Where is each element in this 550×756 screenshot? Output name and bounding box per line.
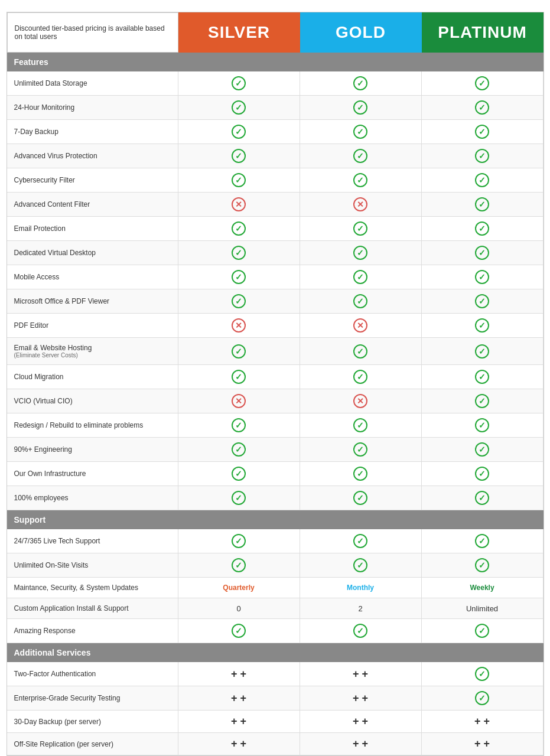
row-label: Microsoft Office & PDF Viewer (7, 289, 178, 313)
row-label-text: Microsoft Office & PDF Viewer (14, 297, 171, 305)
row-label: Cybersecurity Filter (7, 168, 178, 192)
platinum-cell: ✓ (422, 289, 544, 313)
platinum-cell: ✓ (422, 96, 544, 119)
check-icon: ✓ (475, 318, 489, 333)
row-label-text: Cybersecurity Filter (14, 176, 171, 184)
check-icon: ✓ (232, 246, 246, 260)
plus-plus-icon: + + (353, 668, 368, 680)
check-icon: ✓ (232, 370, 246, 384)
platinum-cell: ✓ (422, 662, 544, 686)
check-icon: ✓ (353, 221, 367, 236)
check-icon: ✓ (232, 491, 246, 505)
silver-cell: ✓ (178, 529, 300, 553)
check-icon: ✓ (353, 270, 367, 284)
gold-cell: ✓ (300, 365, 422, 389)
gold-cell: ✓ (300, 168, 422, 192)
gold-cell: ✓ (300, 71, 422, 95)
row-label-text: 30-Day Backup (per server) (14, 718, 171, 726)
platinum-cell: Weekly (422, 578, 544, 598)
silver-tier-header: SILVER (178, 12, 300, 53)
check-icon: ✓ (475, 691, 489, 705)
silver-cell: 0 (178, 598, 300, 618)
gold-cell: + + (300, 711, 422, 732)
platinum-cell: ✓ (422, 619, 544, 643)
row-label-text: Advanced Content Filter (14, 200, 171, 208)
silver-cell: Quarterly (178, 578, 300, 598)
platinum-cell: Unlimited (422, 598, 544, 618)
silver-cell: ✓ (178, 120, 300, 144)
row-label: Email Protection (7, 217, 178, 240)
check-icon: ✓ (475, 125, 489, 139)
check-icon: ✓ (475, 467, 489, 481)
row-label: Email & Website Hosting (Eliminate Serve… (7, 338, 178, 364)
check-icon: ✓ (232, 344, 246, 359)
silver-cell: + + (178, 733, 300, 755)
table-row: Advanced Virus Protection ✓ ✓ ✓ (7, 144, 544, 168)
check-icon: ✓ (475, 442, 489, 457)
additional-label: Additional Services (7, 643, 544, 662)
row-label-text: 24-Hour Monitoring (14, 103, 171, 112)
silver-cell: ✓ (178, 553, 300, 577)
platinum-tier-header: PLATINUM (422, 12, 544, 53)
check-icon: ✓ (475, 221, 489, 236)
row-label: 90%+ Engineering (7, 438, 178, 461)
gold-cell: ✓ (300, 462, 422, 485)
plus-plus-icon: + + (231, 668, 246, 680)
table-row: PDF Editor ✕ ✕ ✓ (7, 314, 544, 338)
table-row: Maintance, Security, & System Updates Qu… (7, 578, 544, 598)
silver-cell: ✓ (178, 217, 300, 240)
row-label-text: Unlimited Data Storage (14, 79, 171, 87)
check-icon: ✓ (475, 76, 489, 90)
platinum-cell: ✓ (422, 413, 544, 437)
header-description: Discounted tier-based pricing is availab… (7, 12, 178, 53)
row-label: Two-Factor Authentication (7, 662, 178, 686)
check-icon: ✓ (475, 246, 489, 260)
table-row: Mobile Access ✓ ✓ ✓ (7, 265, 544, 289)
silver-cell: ✓ (178, 289, 300, 313)
table-row: Our Own Infrastructure ✓ ✓ ✓ (7, 462, 544, 486)
check-icon: ✓ (232, 125, 246, 139)
table-row: Microsoft Office & PDF Viewer ✓ ✓ ✓ (7, 289, 544, 314)
additional-rows: Two-Factor Authentication + + + + ✓ Ente… (7, 662, 544, 755)
table-row: Off-Site Replication (per server) + + + … (7, 733, 544, 755)
row-label: Maintance, Security, & System Updates (7, 578, 178, 598)
plus-plus-icon: + + (353, 738, 368, 750)
row-label: 7-Day Backup (7, 120, 178, 144)
row-label: Mobile Access (7, 265, 178, 289)
gold-cell: ✓ (300, 413, 422, 437)
check-icon: ✓ (475, 534, 489, 548)
row-label-text: Off-Site Replication (per server) (14, 740, 171, 748)
row-label-text: Dedicated Virtual Desktop (14, 249, 171, 257)
gold-cell: ✕ (300, 193, 422, 216)
row-label: 24/7/365 Live Tech Support (7, 529, 178, 553)
row-label: Unlimited Data Storage (7, 71, 178, 95)
table-row: Dedicated Virtual Desktop ✓ ✓ ✓ (7, 241, 544, 265)
check-icon: ✓ (232, 100, 246, 115)
row-label: Cloud Migration (7, 365, 178, 389)
plus-plus-icon: + + (231, 692, 246, 705)
row-label: Amazing Response (7, 619, 178, 643)
platinum-cell: ✓ (422, 241, 544, 265)
gold-cell: ✕ (300, 389, 422, 413)
row-label-text: 100% employees (14, 494, 171, 502)
gold-cell: + + (300, 686, 422, 710)
silver-cell: ✓ (178, 338, 300, 364)
x-icon: ✕ (353, 394, 367, 408)
gold-cell: + + (300, 662, 422, 686)
check-icon: ✓ (475, 344, 489, 359)
table-row: 90%+ Engineering ✓ ✓ ✓ (7, 438, 544, 462)
features-rows: Unlimited Data Storage ✓ ✓ ✓ 24-Hour Mon… (7, 71, 544, 510)
x-icon: ✕ (353, 197, 367, 211)
platinum-cell: ✓ (422, 389, 544, 413)
check-icon: ✓ (475, 624, 489, 638)
table-row: 100% employees ✓ ✓ ✓ (7, 486, 544, 510)
gold-cell: ✓ (300, 241, 422, 265)
gold-cell: Monthly (300, 578, 422, 598)
table-row: Redesign / Rebuild to eliminate problems… (7, 413, 544, 438)
row-label-text: Cloud Migration (14, 373, 171, 381)
check-icon: ✓ (475, 173, 489, 187)
platinum-cell: ✓ (422, 217, 544, 240)
row-label: Our Own Infrastructure (7, 462, 178, 485)
gold-cell: ✓ (300, 619, 422, 643)
platinum-cell: ✓ (422, 265, 544, 289)
